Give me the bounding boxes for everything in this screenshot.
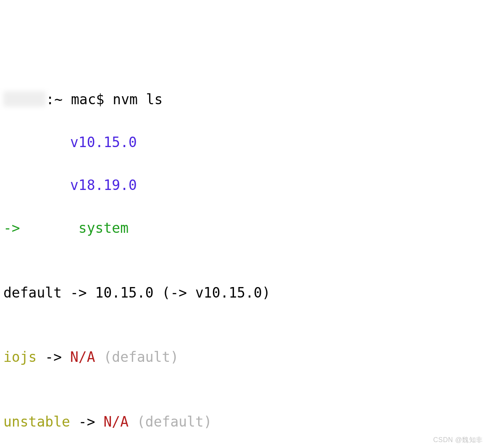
alias-target: 10.15.0 bbox=[95, 285, 154, 301]
installed-version-line: v18.19.0 bbox=[3, 174, 485, 196]
prompt-command: nvm ls bbox=[113, 91, 163, 108]
installed-version: v10.15.0 bbox=[70, 134, 137, 150]
current-arrow: -> bbox=[3, 220, 20, 236]
prompt-dollar: $ bbox=[96, 91, 113, 108]
resolve-close: ) bbox=[262, 285, 270, 301]
alias-na: N/A bbox=[70, 349, 95, 365]
prompt-sep: :~ bbox=[46, 91, 71, 108]
installed-version-line: v10.15.0 bbox=[3, 132, 485, 153]
hostname-redacted bbox=[3, 91, 46, 106]
alias-line-unstable: unstable -> N/A (default) bbox=[3, 411, 485, 432]
alias-name: default bbox=[3, 285, 62, 301]
watermark: CSDN @魏知非 bbox=[433, 435, 483, 445]
alias-arrow: -> bbox=[62, 285, 95, 301]
alias-default: (default) bbox=[95, 349, 179, 365]
installed-version: v18.19.0 bbox=[70, 177, 137, 193]
resolve-value: v10.15.0 bbox=[195, 285, 262, 301]
alias-arrow: -> bbox=[70, 414, 103, 430]
resolve-open: (-> bbox=[154, 285, 195, 301]
alias-name: unstable bbox=[3, 414, 70, 430]
alias-name: iojs bbox=[3, 349, 37, 365]
alias-default: (default) bbox=[129, 414, 212, 430]
alias-line-default: default -> 10.15.0 (-> v10.15.0) bbox=[3, 282, 485, 303]
alias-line-iojs: iojs -> N/A (default) bbox=[3, 346, 485, 368]
current-label: system bbox=[79, 220, 129, 236]
alias-na: N/A bbox=[103, 414, 129, 430]
prompt-line: :~ mac$ nvm ls bbox=[3, 89, 485, 110]
current-version-line: -> system bbox=[3, 217, 485, 239]
alias-arrow: -> bbox=[37, 349, 70, 365]
prompt-user: mac bbox=[71, 91, 96, 108]
